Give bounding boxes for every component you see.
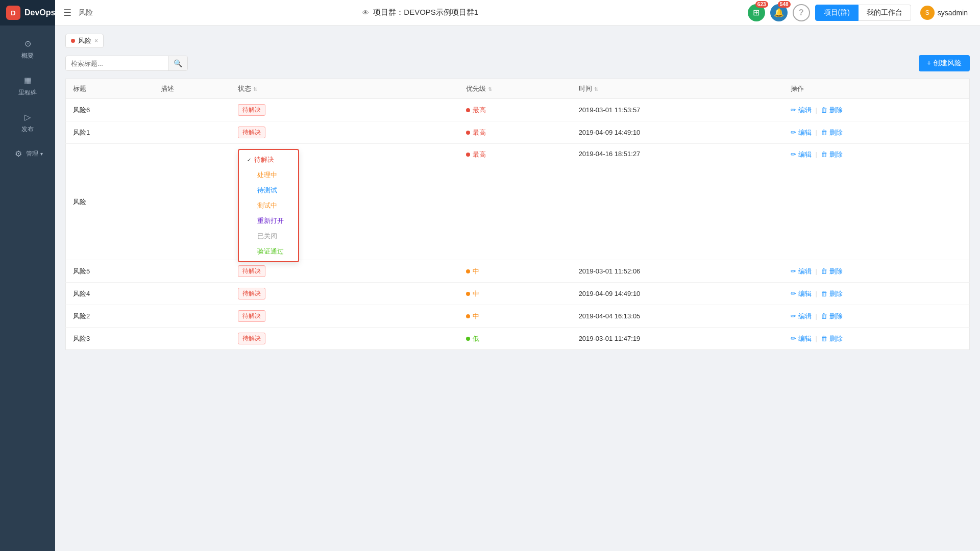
create-risk-button[interactable]: + 创建风险 xyxy=(919,55,970,71)
col-status[interactable]: 状态⇅ xyxy=(231,79,459,99)
tab-close-icon[interactable]: × xyxy=(94,37,98,44)
cell-title: 风险1 xyxy=(66,121,154,144)
dropdown-item-processing[interactable]: 处理中 xyxy=(239,167,298,183)
cell-time: 2019-03-01 11:52:06 xyxy=(572,260,784,283)
priority-sort-icon: ⇅ xyxy=(488,86,492,92)
delete-link[interactable]: 🗑 删除 xyxy=(821,106,843,114)
cell-priority: 最高 xyxy=(459,121,572,144)
sidebar-item-release[interactable]: ▷ 发布 xyxy=(0,104,55,141)
toolbar: 🔍 + 创建风险 xyxy=(65,55,970,71)
breadcrumb: 风险 xyxy=(79,8,93,17)
col-time[interactable]: 时间⇅ xyxy=(572,79,784,99)
sidebar-nav: ⊙ 概要 ▦ 里程碑 ▷ 发布 ⚙ 管理 ▾ xyxy=(0,26,55,551)
dropdown-item-pending-selected[interactable]: ✓ 待解决 xyxy=(239,152,298,167)
checkmark-icon: ✓ xyxy=(247,157,251,163)
edit-link[interactable]: ✏ 编辑 xyxy=(791,106,812,114)
cell-desc xyxy=(154,305,231,328)
edit-link[interactable]: ✏ 编辑 xyxy=(791,335,812,342)
col-priority[interactable]: 优先级⇅ xyxy=(459,79,572,99)
apps-count: 623 xyxy=(755,1,768,8)
action-divider: | xyxy=(815,290,817,297)
delete-link[interactable]: 🗑 删除 xyxy=(821,267,843,275)
table-row: 风险6 待解决 最高 2019-03-01 11:53:57 ✏ 编辑 | xyxy=(66,99,970,121)
edit-link[interactable]: ✏ 编辑 xyxy=(791,290,812,297)
table-row: 风险4 待解决 中 2019-04-09 14:49:10 ✏ 编辑 | xyxy=(66,283,970,305)
dropdown-item-closed[interactable]: 已关闭 xyxy=(239,229,298,244)
delete-link[interactable]: 🗑 删除 xyxy=(821,290,843,297)
dropdown-item-verified[interactable]: 验证通过 xyxy=(239,244,298,259)
search-button[interactable]: 🔍 xyxy=(168,56,187,70)
topbar-user[interactable]: S sysadmin xyxy=(916,4,972,22)
dropdown-item-testing[interactable]: 测试中 xyxy=(239,198,298,213)
help-button[interactable]: ? xyxy=(793,4,810,21)
tab-risk-dot xyxy=(71,39,75,43)
nav-projects-group-button[interactable]: 项目(群) xyxy=(815,5,859,21)
edit-link[interactable]: ✏ 编辑 xyxy=(791,151,812,158)
visibility-icon: 👁 xyxy=(362,9,369,17)
bell-badge-button[interactable]: 🔔 548 xyxy=(770,4,788,21)
edit-link[interactable]: ✏ 编辑 xyxy=(791,267,812,275)
edit-link[interactable]: ✏ 编辑 xyxy=(791,129,812,136)
status-sort-icon: ⇅ xyxy=(253,86,257,92)
table-row: 风险5 待解决 中 2019-03-01 11:52:06 ✏ 编辑 | xyxy=(66,260,970,283)
status-badge[interactable]: 待解决 xyxy=(238,333,265,344)
status-badge[interactable]: 待解决 xyxy=(238,127,265,138)
sidebar-logo[interactable]: D DevOps xyxy=(0,0,55,26)
edit-link[interactable]: ✏ 编辑 xyxy=(791,312,812,320)
cell-title: 风险6 xyxy=(66,99,154,121)
status-badge[interactable]: 待解决 xyxy=(238,288,265,299)
cell-time: 2019-03-01 11:53:57 xyxy=(572,99,784,121)
tab-risk[interactable]: 风险 × xyxy=(65,34,104,48)
cell-title: 风险3 xyxy=(66,328,154,350)
status-badge[interactable]: 待解决 xyxy=(238,104,265,116)
priority-dot-icon xyxy=(466,337,470,341)
cell-desc xyxy=(154,121,231,144)
devops-logo-icon: D xyxy=(6,6,20,20)
cell-desc xyxy=(154,99,231,121)
cell-priority: 中 xyxy=(459,283,572,305)
sidebar-item-overview-label: 概要 xyxy=(21,52,34,60)
cell-action: ✏ 编辑 | 🗑 删除 xyxy=(783,260,969,283)
dropdown-item-label: 已关闭 xyxy=(257,232,277,241)
delete-link[interactable]: 🗑 删除 xyxy=(821,129,843,136)
sidebar-item-management[interactable]: ⚙ 管理 ▾ xyxy=(0,141,55,166)
sidebar-item-overview[interactable]: ⊙ 概要 xyxy=(0,31,55,67)
apps-badge-button[interactable]: ⊞ 623 xyxy=(748,4,765,21)
cell-status[interactable]: 待解决 xyxy=(231,99,459,121)
cell-status[interactable]: 待解决 xyxy=(231,121,459,144)
table-row: 风险1 待解决 最高 2019-04-09 14:49:10 ✏ 编辑 | xyxy=(66,121,970,144)
cell-status[interactable]: 待解决 xyxy=(231,328,459,350)
dropdown-item-label: 待测试 xyxy=(257,186,277,195)
action-divider: | xyxy=(815,129,817,136)
cell-time: 2019-04-09 14:49:10 xyxy=(572,283,784,305)
priority-dot-icon xyxy=(466,269,470,273)
cell-priority: 最高 xyxy=(459,99,572,121)
cell-status-dropdown[interactable]: 待解决 ✓ 待解决 处理中 xyxy=(231,144,459,260)
delete-link[interactable]: 🗑 删除 xyxy=(821,312,843,320)
cell-title: 风险 xyxy=(66,144,154,260)
cell-status[interactable]: 待解决 xyxy=(231,260,459,283)
priority-dot-icon xyxy=(466,153,470,157)
cell-status[interactable]: 待解决 xyxy=(231,283,459,305)
search-input[interactable] xyxy=(66,57,168,70)
tab-risk-label: 风险 xyxy=(78,36,91,45)
col-action: 操作 xyxy=(783,79,969,99)
delete-link[interactable]: 🗑 删除 xyxy=(821,335,843,342)
risk-table: 标题 描述 状态⇅ 优先级⇅ 时间⇅ 操作 风险6 待解决 xyxy=(65,79,970,350)
sidebar-logo-text: DevOps xyxy=(24,8,55,17)
status-badge[interactable]: 待解决 xyxy=(238,265,265,277)
menu-icon[interactable]: ☰ xyxy=(63,7,71,18)
cell-time: 2019-04-16 18:51:27 xyxy=(572,144,784,260)
sidebar-item-milestone[interactable]: ▦ 里程碑 xyxy=(0,67,55,104)
table-row-dropdown: 风险 待解决 ✓ 待解决 xyxy=(66,144,970,260)
cell-status[interactable]: 待解决 xyxy=(231,305,459,328)
delete-link[interactable]: 🗑 删除 xyxy=(821,151,843,158)
priority-label: 中 xyxy=(466,290,479,297)
dropdown-item-pending-test[interactable]: 待测试 xyxy=(239,183,298,198)
dropdown-item-reopen[interactable]: 重新打开 xyxy=(239,213,298,229)
cell-priority: 中 xyxy=(459,260,572,283)
status-badge[interactable]: 待解决 xyxy=(238,310,265,322)
nav-my-workbench-button[interactable]: 我的工作台 xyxy=(859,5,911,21)
cell-action: ✏ 编辑 | 🗑 删除 xyxy=(783,305,969,328)
content-area: 风险 × 🔍 + 创建风险 标题 描述 状态⇅ 优先级⇅ 时间⇅ 操作 xyxy=(55,26,980,551)
